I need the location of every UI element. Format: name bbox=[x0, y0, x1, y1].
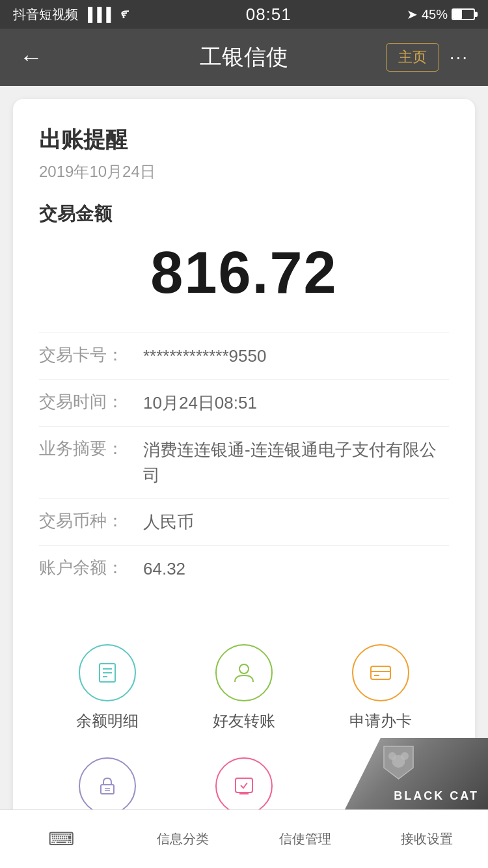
action-apply-card-label: 申请办卡 bbox=[349, 711, 412, 731]
detail-value-time: 10月24日08:51 bbox=[143, 390, 449, 416]
tab-message-category[interactable]: 信息分类 bbox=[122, 810, 245, 868]
svg-point-5 bbox=[239, 664, 249, 673]
battery-icon bbox=[452, 8, 475, 20]
nav-right-group: 主页 ··· bbox=[386, 43, 468, 72]
friend-transfer-icon bbox=[215, 644, 273, 701]
detail-value-currency: 人民币 bbox=[143, 509, 449, 535]
status-bar: 抖音短视频 ▐▐▐ 08:51 ➤ 45% bbox=[0, 0, 488, 29]
card-date: 2019年10月24日 bbox=[39, 161, 449, 182]
tab-message-category-label: 信息分类 bbox=[157, 830, 209, 848]
app-name: 抖音短视频 bbox=[13, 6, 78, 23]
tab-receive-settings[interactable]: 接收设置 bbox=[366, 810, 489, 868]
action-friend-transfer[interactable]: 好友转账 bbox=[176, 631, 312, 744]
signal-icon: ▐▐▐ bbox=[83, 7, 111, 22]
transaction-amount: 816.72 bbox=[39, 239, 449, 306]
svg-rect-9 bbox=[101, 785, 114, 794]
action-apply-card[interactable]: 申请办卡 bbox=[312, 631, 449, 744]
notification-card: 出账提醒 2019年10月24日 交易金额 816.72 交易卡号： *****… bbox=[13, 99, 475, 868]
main-content: 出账提醒 2019年10月24日 交易金额 816.72 交易卡号： *****… bbox=[0, 86, 488, 868]
svg-rect-12 bbox=[236, 778, 252, 793]
detail-value-card: *************9550 bbox=[143, 344, 449, 369]
rong-e-jie-icon bbox=[215, 757, 273, 815]
detail-label-currency: 交易币种： bbox=[39, 509, 143, 535]
nav-bar: ← 工银信使 主页 ··· bbox=[0, 29, 488, 86]
section-label: 交易金额 bbox=[39, 202, 449, 226]
account-freeze-icon bbox=[79, 757, 136, 815]
tab-receive-settings-label: 接收设置 bbox=[401, 830, 453, 848]
detail-row-balance: 账户余额： 64.32 bbox=[39, 545, 449, 592]
svg-rect-6 bbox=[371, 666, 390, 679]
balance-detail-icon bbox=[79, 644, 136, 701]
card-title: 出账提醒 bbox=[39, 125, 449, 155]
tab-keyboard[interactable]: ⌨ bbox=[0, 810, 122, 868]
keyboard-icon: ⌨ bbox=[48, 828, 74, 850]
location-icon: ➤ bbox=[407, 7, 418, 22]
more-button[interactable]: ··· bbox=[450, 47, 468, 68]
action-friend-transfer-label: 好友转账 bbox=[213, 711, 275, 731]
battery-percent: 45% bbox=[422, 7, 448, 22]
detail-label-balance: 账户余额： bbox=[39, 556, 143, 582]
detail-label-summary: 业务摘要： bbox=[39, 437, 143, 488]
detail-row-time: 交易时间： 10月24日08:51 bbox=[39, 379, 449, 426]
status-right: ➤ 45% bbox=[407, 7, 475, 22]
back-button[interactable]: ← bbox=[20, 44, 43, 71]
detail-row-currency: 交易币种： 人民币 bbox=[39, 498, 449, 545]
tab-bar: ⌨ 信息分类 信使管理 接收设置 bbox=[0, 809, 488, 868]
wifi-icon bbox=[116, 7, 131, 22]
status-left: 抖音短视频 ▐▐▐ bbox=[13, 6, 131, 23]
nav-title: 工银信使 bbox=[200, 42, 288, 72]
detail-row-card: 交易卡号： *************9550 bbox=[39, 332, 449, 379]
apply-card-icon bbox=[352, 644, 409, 701]
action-balance-detail-label: 余额明细 bbox=[76, 711, 139, 731]
detail-row-summary: 业务摘要： 消费连连银通-连连银通电子支付有限公司 bbox=[39, 426, 449, 498]
detail-value-balance: 64.32 bbox=[143, 556, 449, 582]
detail-label-time: 交易时间： bbox=[39, 390, 143, 416]
tab-message-manage-label: 信使管理 bbox=[279, 830, 331, 848]
detail-label-card: 交易卡号： bbox=[39, 344, 143, 369]
svg-point-0 bbox=[122, 16, 124, 18]
status-time: 08:51 bbox=[246, 5, 291, 25]
action-balance-detail[interactable]: 余额明细 bbox=[39, 631, 176, 744]
tab-message-manage[interactable]: 信使管理 bbox=[244, 810, 366, 868]
detail-value-summary: 消费连连银通-连连银通电子支付有限公司 bbox=[143, 437, 449, 488]
home-button[interactable]: 主页 bbox=[386, 43, 439, 72]
